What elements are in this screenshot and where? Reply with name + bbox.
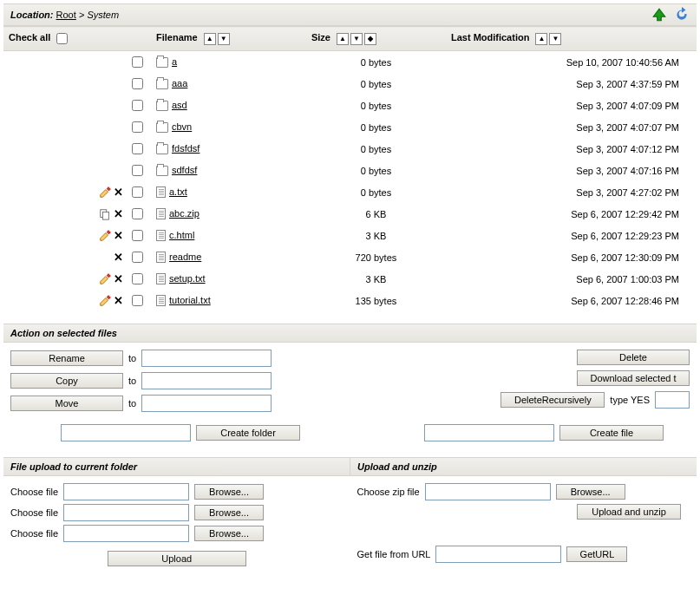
file-link[interactable]: c.html <box>169 230 194 240</box>
row-checkbox[interactable] <box>132 252 143 263</box>
row-checkbox[interactable] <box>132 165 143 176</box>
delete-icon[interactable]: ✕ <box>113 186 125 199</box>
file-size: 0 bytes <box>306 138 446 160</box>
file-icon <box>156 208 166 219</box>
sort-mod-desc-icon[interactable]: ▼ <box>549 33 561 45</box>
file-input-1[interactable] <box>63 483 189 500</box>
location-bar: Location: Root > System <box>3 3 697 26</box>
copy-button[interactable]: Copy <box>10 373 123 389</box>
move-to-label: to <box>128 398 136 409</box>
type-yes-label: type YES <box>610 395 650 405</box>
url-input[interactable] <box>435 546 561 563</box>
sort-mod-asc-icon[interactable]: ▲ <box>535 33 547 45</box>
move-input[interactable] <box>141 395 271 412</box>
sort-filename-desc-icon[interactable]: ▼ <box>218 33 230 45</box>
up-icon[interactable] <box>651 7 667 23</box>
file-icon <box>156 295 166 306</box>
edit-icon[interactable] <box>99 295 111 307</box>
create-file-button[interactable]: Create file <box>559 425 664 441</box>
refresh-icon[interactable] <box>674 7 690 23</box>
file-input-3[interactable] <box>63 525 189 542</box>
edit-icon[interactable] <box>99 273 111 285</box>
file-link[interactable]: a.txt <box>169 186 187 197</box>
file-size: 0 bytes <box>306 51 446 74</box>
create-file-input[interactable] <box>424 424 554 441</box>
file-link[interactable]: asd <box>172 100 187 110</box>
folder-icon <box>156 122 168 133</box>
file-input-2[interactable] <box>63 504 189 521</box>
get-url-button[interactable]: GetURL <box>566 546 627 562</box>
col-filename: Filename <box>156 32 198 42</box>
browse-button-3[interactable]: Browse... <box>194 526 264 541</box>
file-modified: Sep 3, 2007 4:07:16 PM <box>446 160 697 181</box>
row-checkbox[interactable] <box>132 230 143 241</box>
row-checkbox[interactable] <box>132 186 143 198</box>
browse-zip-button[interactable]: Browse... <box>556 484 625 500</box>
rename-button[interactable]: Rename <box>10 350 123 366</box>
sort-size-type-icon[interactable]: ◆ <box>364 33 376 45</box>
file-modified: Sep 3, 2007 4:07:09 PM <box>446 95 697 116</box>
table-row: aaa0 bytesSep 3, 2007 4:37:59 PM <box>3 73 697 95</box>
row-checkbox[interactable] <box>132 121 143 133</box>
table-row: ✕ setup.txt3 KBSep 6, 2007 1:00:03 PM <box>3 268 697 290</box>
col-last-mod: Last Modification <box>451 32 529 42</box>
create-folder-input[interactable] <box>61 424 191 441</box>
browse-button-2[interactable]: Browse... <box>194 505 264 520</box>
row-checkbox[interactable] <box>132 273 143 284</box>
upload-unzip-button[interactable]: Upload and unzip <box>577 504 681 520</box>
file-icon <box>156 273 166 284</box>
row-checkbox[interactable] <box>132 143 143 154</box>
delete-icon[interactable]: ✕ <box>113 230 125 242</box>
row-checkbox[interactable] <box>132 78 143 89</box>
file-modified: Sep 3, 2007 4:07:07 PM <box>446 116 697 138</box>
browse-button-1[interactable]: Browse... <box>194 484 264 500</box>
table-row: ✕ c.html3 KBSep 6, 2007 12:29:23 PM <box>3 225 697 246</box>
file-link[interactable]: fdsfdsf <box>172 143 200 154</box>
sort-size-asc-icon[interactable]: ▲ <box>337 33 349 45</box>
sort-size-desc-icon[interactable]: ▼ <box>350 33 363 45</box>
file-link[interactable]: cbvn <box>172 121 192 132</box>
delete-recursively-button[interactable]: DeleteRecursively <box>500 392 605 408</box>
file-modified: Sep 3, 2007 4:07:12 PM <box>446 138 697 160</box>
choose-zip-label: Choose zip file <box>357 487 420 497</box>
upload-section-title: File upload to current folder <box>3 458 350 475</box>
folder-icon <box>156 79 168 89</box>
row-checkbox[interactable] <box>132 56 143 68</box>
row-checkbox[interactable] <box>132 208 143 219</box>
delete-icon[interactable]: ✕ <box>113 295 125 307</box>
file-size: 3 KB <box>306 268 446 290</box>
col-size: Size <box>311 32 330 42</box>
table-row: asd0 bytesSep 3, 2007 4:07:09 PM <box>3 95 697 116</box>
delete-icon[interactable]: ✕ <box>113 208 125 220</box>
row-checkbox[interactable] <box>132 100 143 111</box>
rename-input[interactable] <box>141 350 271 367</box>
copy-input[interactable] <box>141 372 271 389</box>
table-row: ✕ abc.zip6 KBSep 6, 2007 12:29:42 PM <box>3 203 697 225</box>
type-yes-input[interactable] <box>655 391 690 409</box>
file-link[interactable]: a <box>172 56 177 67</box>
file-size: 6 KB <box>306 203 446 225</box>
delete-icon[interactable]: ✕ <box>113 252 125 264</box>
file-link[interactable]: tutorial.txt <box>169 295 211 305</box>
check-all-checkbox[interactable] <box>56 33 68 44</box>
zip-input[interactable] <box>425 483 551 500</box>
row-checkbox[interactable] <box>132 295 143 306</box>
file-icon <box>156 230 166 241</box>
copy-icon[interactable] <box>99 208 111 220</box>
delete-icon[interactable]: ✕ <box>113 273 125 285</box>
edit-icon[interactable] <box>99 186 111 199</box>
file-size: 3 KB <box>306 225 446 246</box>
file-link[interactable]: abc.zip <box>169 208 200 219</box>
edit-icon[interactable] <box>99 230 111 242</box>
download-selected-button[interactable]: Download selected t <box>577 370 690 386</box>
create-folder-button[interactable]: Create folder <box>196 425 300 441</box>
file-link[interactable]: aaa <box>172 78 187 88</box>
move-button[interactable]: Move <box>10 396 123 411</box>
file-link[interactable]: setup.txt <box>169 273 206 284</box>
breadcrumb-root[interactable]: Root <box>56 10 76 20</box>
delete-button[interactable]: Delete <box>577 350 690 365</box>
sort-filename-asc-icon[interactable]: ▲ <box>204 33 216 45</box>
file-link[interactable]: readme <box>169 252 201 262</box>
file-link[interactable]: sdfdsf <box>172 165 197 175</box>
upload-button[interactable]: Upload <box>108 551 246 566</box>
